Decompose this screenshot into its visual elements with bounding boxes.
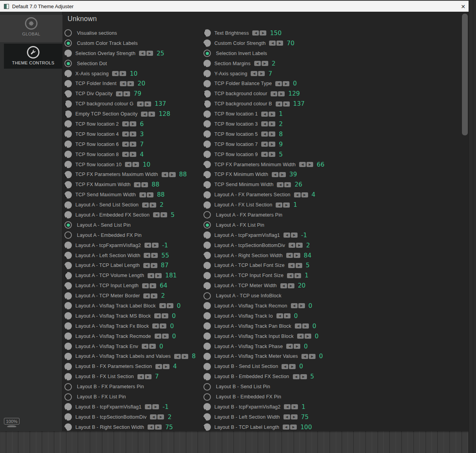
step-down-icon[interactable]: ◀ <box>120 81 127 86</box>
step-down-icon[interactable]: ◀ <box>299 162 306 167</box>
knob-layout-a-send-list-section[interactable] <box>64 201 72 209</box>
step-up-icon[interactable]: ▶ <box>284 182 291 187</box>
step-down-icon[interactable]: ◀ <box>122 131 129 137</box>
step-down-icon[interactable]: ◀ <box>142 283 149 288</box>
step-down-icon[interactable]: ◀ <box>112 71 119 76</box>
step-down-icon[interactable]: ◀ <box>152 323 159 329</box>
step-up-icon[interactable]: ▶ <box>258 71 265 76</box>
step-down-icon[interactable]: ◀ <box>283 233 290 238</box>
step-down-icon[interactable]: ◀ <box>155 364 162 369</box>
step-up-icon[interactable]: ▶ <box>298 303 305 308</box>
step-down-icon[interactable]: ◀ <box>283 425 289 430</box>
step-up-icon[interactable]: ▶ <box>269 131 275 137</box>
toggle-layout-b-embedded-fx-pin[interactable] <box>203 393 211 401</box>
step-down-icon[interactable]: ◀ <box>269 41 276 46</box>
knob-layout-a-visflag-track-pan-block[interactable] <box>203 322 211 330</box>
knob-tcp-fx-parameters-maximum-width[interactable] <box>64 171 72 178</box>
knob-tcp-background-colour[interactable] <box>203 90 211 98</box>
step-down-icon[interactable]: ◀ <box>272 172 278 177</box>
toggle-layout-a-send-list-pin[interactable] <box>64 221 72 229</box>
knob-layout-b-send-list-section[interactable] <box>203 363 211 370</box>
knob-layout-a-visflag-track-meter-values[interactable] <box>203 353 211 360</box>
step-down-icon[interactable]: ◀ <box>125 162 132 167</box>
step-up-icon[interactable]: ▶ <box>149 344 156 349</box>
knob-layout-a-visflag-track-fx-block[interactable] <box>64 322 72 330</box>
knob-tcp-flow-location-4[interactable] <box>64 130 72 138</box>
step-down-icon[interactable]: ◀ <box>261 131 268 137</box>
step-up-icon[interactable]: ▶ <box>269 142 275 147</box>
step-down-icon[interactable]: ◀ <box>150 414 157 419</box>
step-up-icon[interactable]: ▶ <box>145 374 152 379</box>
step-down-icon[interactable]: ◀ <box>144 253 150 258</box>
step-down-icon[interactable]: ◀ <box>142 344 148 349</box>
knob-layout-a-tcpfxparmvisflag2[interactable] <box>64 242 72 249</box>
knob-tcp-fx-parameters-minimum-width[interactable] <box>203 161 211 168</box>
toggle-visualise-sections[interactable] <box>64 29 72 37</box>
knob-layout-a-tcpfxparmvisflag1[interactable] <box>203 231 211 239</box>
knob-layout-a-tcp-label-length[interactable] <box>64 262 72 269</box>
step-down-icon[interactable]: ◀ <box>137 374 144 379</box>
step-down-icon[interactable]: ◀ <box>116 91 123 96</box>
knob-layout-a-tcp-input-length[interactable] <box>64 282 72 290</box>
knob-tcp-folder-balance-type[interactable] <box>203 80 211 87</box>
toggle-layout-a-fx-parameters-pin[interactable] <box>203 211 211 219</box>
toggle-custom-color-track-labels[interactable] <box>64 39 72 47</box>
knob-layout-b-embedded-fx-section[interactable] <box>203 373 211 380</box>
knob-layout-a-tcp-input-font-size[interactable] <box>203 272 211 279</box>
step-up-icon[interactable]: ▶ <box>127 81 134 86</box>
step-down-icon[interactable]: ◀ <box>137 101 144 107</box>
knob-tcp-background-colour-b[interactable] <box>203 100 211 108</box>
step-up-icon[interactable]: ▶ <box>262 61 268 66</box>
knob-tcp-fx-maximum-width[interactable] <box>64 181 72 188</box>
step-down-icon[interactable]: ◀ <box>287 273 294 278</box>
step-up-icon[interactable]: ▶ <box>269 121 275 126</box>
step-down-icon[interactable]: ◀ <box>291 303 298 308</box>
step-up-icon[interactable]: ▶ <box>305 334 311 339</box>
knob-tcp-flow-location-3[interactable] <box>203 120 211 128</box>
step-up-icon[interactable]: ▶ <box>150 203 156 208</box>
step-down-icon[interactable]: ◀ <box>295 323 301 329</box>
toggle-layout-a-fx-list-pin[interactable] <box>203 221 211 229</box>
knob-tcp-flow-location-1[interactable] <box>203 110 211 118</box>
knob-tcp-div-opacity[interactable] <box>64 90 72 98</box>
knob-layout-a-visflag-track-labels-and-values[interactable] <box>64 353 72 360</box>
knob-layout-a-visflag-track-recmode[interactable] <box>64 332 72 340</box>
knob-empty-tcp-section-opacity[interactable] <box>64 110 72 118</box>
step-up-icon[interactable]: ▶ <box>147 192 153 197</box>
step-down-icon[interactable]: ◀ <box>251 71 257 76</box>
step-up-icon[interactable]: ▶ <box>160 212 167 217</box>
close-icon[interactable]: ✕ <box>458 1 469 12</box>
step-up-icon[interactable]: ▶ <box>291 404 298 409</box>
knob-selection-overlay-strength[interactable] <box>64 50 72 57</box>
step-up-icon[interactable]: ▶ <box>160 323 166 329</box>
step-up-icon[interactable]: ▶ <box>144 101 151 107</box>
step-up-icon[interactable]: ▶ <box>294 273 301 278</box>
knob-custom-color-strength[interactable] <box>203 39 211 47</box>
knob-layout-a-left-section-width[interactable] <box>64 252 72 259</box>
step-down-icon[interactable]: ◀ <box>143 293 150 298</box>
knob-tcp-flow-location-6[interactable] <box>64 140 72 148</box>
knob-layout-b-tcpfxparmvisflag1[interactable] <box>64 403 72 410</box>
knob-layout-a-right-section-width[interactable] <box>203 252 211 259</box>
step-down-icon[interactable]: ◀ <box>142 203 149 208</box>
knob-tcp-send-minimum-width[interactable] <box>203 181 211 188</box>
step-up-icon[interactable]: ▶ <box>296 263 302 268</box>
step-down-icon[interactable]: ◀ <box>144 243 151 248</box>
scrollbar-thumb[interactable] <box>462 14 468 135</box>
step-down-icon[interactable]: ◀ <box>276 313 283 318</box>
step-up-icon[interactable]: ▶ <box>162 334 169 339</box>
knob-tcp-flow-location-10[interactable] <box>64 161 72 168</box>
knob-layout-a-visflag-track-io[interactable] <box>203 312 211 320</box>
step-down-icon[interactable]: ◀ <box>155 334 161 339</box>
knob-y-axis-spacing[interactable] <box>203 70 211 77</box>
step-up-icon[interactable]: ▶ <box>119 71 126 76</box>
knob-section-margins[interactable] <box>203 60 211 67</box>
step-up-icon[interactable]: ▶ <box>151 293 157 298</box>
step-down-icon[interactable]: ◀ <box>122 152 129 157</box>
knob-layout-b-tcpfxparmvisflag2[interactable] <box>203 403 211 410</box>
knob-tcp-flow-location-5[interactable] <box>203 130 211 138</box>
step-down-icon[interactable]: ◀ <box>141 112 148 117</box>
step-down-icon[interactable]: ◀ <box>301 354 308 359</box>
knob-tcp-fx-minimum-width[interactable] <box>203 171 211 178</box>
step-down-icon[interactable]: ◀ <box>153 212 160 217</box>
